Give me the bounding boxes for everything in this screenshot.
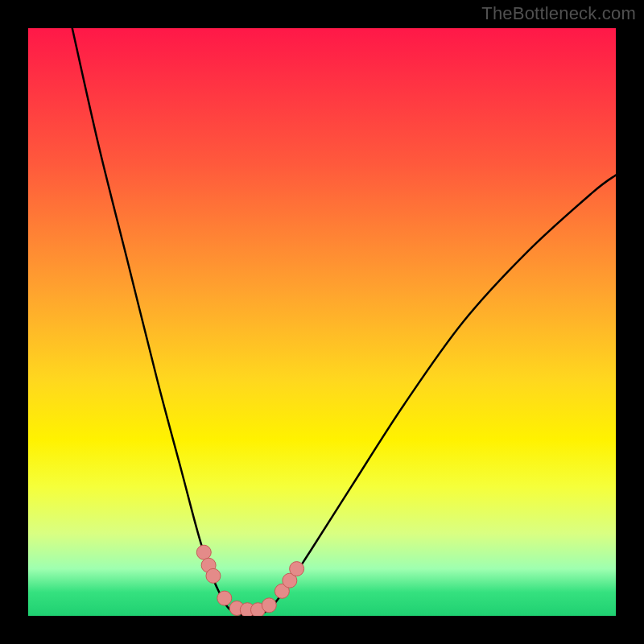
gradient-background bbox=[28, 28, 616, 616]
watermark-text: TheBottleneck.com bbox=[481, 3, 636, 24]
svg-rect-0 bbox=[28, 28, 616, 616]
plot-area bbox=[28, 28, 616, 616]
chart-frame: TheBottleneck.com bbox=[0, 0, 644, 644]
